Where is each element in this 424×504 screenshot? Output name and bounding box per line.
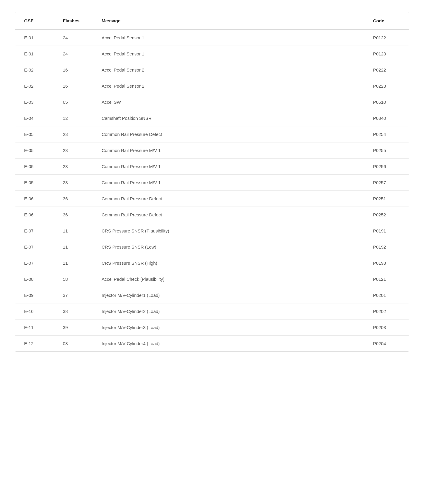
cell-code: P0254: [364, 126, 409, 142]
cell-code: P0191: [364, 223, 409, 239]
cell-gse: E-08: [15, 271, 54, 287]
cell-gse: E-09: [15, 287, 54, 303]
cell-gse: E-05: [15, 159, 54, 175]
cell-message: Common Rail Pressure Defect: [93, 207, 364, 223]
cell-code: P0251: [364, 191, 409, 207]
cell-code: P0121: [364, 271, 409, 287]
cell-flashes: 23: [54, 159, 93, 175]
cell-message: Accel Pedal Sensor 1: [93, 46, 364, 62]
cell-message: CRS Pressure SNSR (High): [93, 255, 364, 271]
table-row: E-0636Common Rail Pressure DefectP0251: [15, 191, 409, 207]
cell-code: P0122: [364, 30, 409, 46]
cell-message: Common Rail Pressure M/V 1: [93, 142, 364, 159]
cell-flashes: 37: [54, 287, 93, 303]
cell-flashes: 11: [54, 223, 93, 239]
table-container: GSE Flashes Message Code E-0124Accel Ped…: [15, 12, 409, 352]
cell-message: Accel Pedal Sensor 1: [93, 30, 364, 46]
cell-code: P0223: [364, 78, 409, 94]
data-table: GSE Flashes Message Code E-0124Accel Ped…: [15, 12, 409, 351]
cell-code: P0257: [364, 175, 409, 191]
cell-message: Accel Pedal Sensor 2: [93, 78, 364, 94]
table-row: E-0636Common Rail Pressure DefectP0252: [15, 207, 409, 223]
table-row: E-0365Accel SWP0510: [15, 94, 409, 110]
cell-message: Common Rail Pressure Defect: [93, 126, 364, 142]
cell-message: Camshaft Position SNSR: [93, 110, 364, 126]
cell-message: Injector M/V-Cylinder3 (Load): [93, 320, 364, 336]
cell-message: Injector M/V-Cylinder4 (Load): [93, 336, 364, 352]
cell-gse: E-03: [15, 94, 54, 110]
cell-flashes: 16: [54, 62, 93, 78]
cell-code: P0252: [364, 207, 409, 223]
cell-gse: E-07: [15, 255, 54, 271]
cell-code: P0192: [364, 239, 409, 255]
table-row: E-0124Accel Pedal Sensor 1P0123: [15, 46, 409, 62]
cell-message: CRS Pressure SNSR (Plausibility): [93, 223, 364, 239]
cell-gse: E-07: [15, 223, 54, 239]
cell-gse: E-10: [15, 303, 54, 320]
table-row: E-0523Common Rail Pressure M/V 1P0257: [15, 175, 409, 191]
cell-gse: E-05: [15, 126, 54, 142]
cell-message: Accel Pedal Check (Plausibility): [93, 271, 364, 287]
cell-code: P0204: [364, 336, 409, 352]
cell-flashes: 23: [54, 126, 93, 142]
cell-code: P0202: [364, 303, 409, 320]
table-row: E-0523Common Rail Pressure M/V 1P0255: [15, 142, 409, 159]
cell-flashes: 65: [54, 94, 93, 110]
cell-code: P0510: [364, 94, 409, 110]
cell-code: P0203: [364, 320, 409, 336]
table-row: E-0124Accel Pedal Sensor 1P0122: [15, 30, 409, 46]
cell-flashes: 16: [54, 78, 93, 94]
cell-message: Injector M/V-Cylinder2 (Load): [93, 303, 364, 320]
cell-flashes: 23: [54, 175, 93, 191]
cell-code: P0256: [364, 159, 409, 175]
cell-message: Common Rail Pressure M/V 1: [93, 175, 364, 191]
table-row: E-0711CRS Pressure SNSR (Plausibility)P0…: [15, 223, 409, 239]
cell-flashes: 36: [54, 207, 93, 223]
cell-gse: E-02: [15, 78, 54, 94]
table-row: E-0216Accel Pedal Sensor 2P0222: [15, 62, 409, 78]
cell-flashes: 23: [54, 142, 93, 159]
cell-gse: E-06: [15, 191, 54, 207]
cell-code: P0201: [364, 287, 409, 303]
table-row: E-0711CRS Pressure SNSR (Low)P0192: [15, 239, 409, 255]
table-row: E-0858Accel Pedal Check (Plausibility)P0…: [15, 271, 409, 287]
cell-message: Common Rail Pressure Defect: [93, 191, 364, 207]
cell-flashes: 24: [54, 30, 93, 46]
cell-gse: E-05: [15, 175, 54, 191]
table-row: E-1038Injector M/V-Cylinder2 (Load)P0202: [15, 303, 409, 320]
table-row: E-0216Accel Pedal Sensor 2P0223: [15, 78, 409, 94]
cell-code: P0222: [364, 62, 409, 78]
cell-code: P0123: [364, 46, 409, 62]
header-message: Message: [93, 12, 364, 30]
cell-gse: E-12: [15, 336, 54, 352]
cell-gse: E-06: [15, 207, 54, 223]
header-code: Code: [364, 12, 409, 30]
cell-flashes: 11: [54, 239, 93, 255]
cell-gse: E-07: [15, 239, 54, 255]
cell-message: Injector M/V-Cylinder1 (Load): [93, 287, 364, 303]
cell-flashes: 12: [54, 110, 93, 126]
cell-flashes: 24: [54, 46, 93, 62]
cell-flashes: 39: [54, 320, 93, 336]
page-wrapper: GSE Flashes Message Code E-0124Accel Ped…: [0, 0, 424, 504]
cell-message: Accel Pedal Sensor 2: [93, 62, 364, 78]
cell-flashes: 58: [54, 271, 93, 287]
cell-message: Common Rail Pressure M/V 1: [93, 159, 364, 175]
cell-gse: E-11: [15, 320, 54, 336]
cell-flashes: 08: [54, 336, 93, 352]
table-row: E-0937Injector M/V-Cylinder1 (Load)P0201: [15, 287, 409, 303]
cell-gse: E-01: [15, 30, 54, 46]
cell-flashes: 36: [54, 191, 93, 207]
table-row: E-1208Injector M/V-Cylinder4 (Load)P0204: [15, 336, 409, 352]
table-row: E-0523Common Rail Pressure DefectP0254: [15, 126, 409, 142]
table-row: E-0523Common Rail Pressure M/V 1P0256: [15, 159, 409, 175]
table-row: E-0711CRS Pressure SNSR (High)P0193: [15, 255, 409, 271]
cell-flashes: 38: [54, 303, 93, 320]
cell-message: Accel SW: [93, 94, 364, 110]
cell-gse: E-02: [15, 62, 54, 78]
cell-gse: E-04: [15, 110, 54, 126]
table-row: E-0412Camshaft Position SNSRP0340: [15, 110, 409, 126]
cell-gse: E-05: [15, 142, 54, 159]
table-row: E-1139Injector M/V-Cylinder3 (Load)P0203: [15, 320, 409, 336]
table-header-row: GSE Flashes Message Code: [15, 12, 409, 30]
